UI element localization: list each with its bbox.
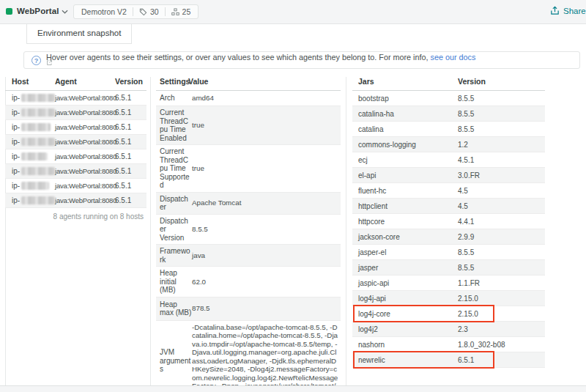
chevron-down-icon[interactable]: [62, 10, 68, 14]
host-cell: ip-: [5, 152, 55, 160]
jar-row[interactable]: catalina-ha 8.5.5: [352, 106, 545, 122]
agent-version-cell: 6.5.1: [115, 123, 131, 131]
redacted-host-value: [21, 138, 55, 146]
agent-version-cell: 6.5.1: [115, 167, 131, 175]
setting-value: 62.0: [192, 278, 341, 286]
setting-row[interactable]: JVM arguments -Dcatalina.base=/opt/apach…: [156, 321, 341, 387]
divider: [346, 77, 346, 385]
setting-row[interactable]: Dispatcher Version 8.5.5: [156, 215, 341, 245]
setting-name: Heap max (MB): [160, 300, 192, 317]
setting-row[interactable]: Dispatcher Apache Tomcat: [156, 193, 341, 215]
host-cell: ip-: [5, 94, 55, 102]
agents-table-header: Host Agent Version: [5, 77, 146, 91]
entity-meta-pill[interactable]: Demotron V2 30 25: [73, 4, 199, 19]
jar-row[interactable]: log4j-api 2.15.0: [352, 291, 545, 306]
jar-version: 4.4.1: [458, 218, 474, 226]
setting-name: Framework: [160, 247, 192, 264]
agent-cell: java:WebPortal:8080: [55, 123, 115, 131]
help-icon[interactable]: ?: [31, 56, 41, 65]
setting-value: 878.5: [192, 304, 341, 313]
jar-version: 6.5.1: [458, 356, 474, 364]
redacted-host-value: [21, 196, 55, 204]
jar-row[interactable]: el-api 3.0.FR: [352, 168, 545, 183]
jar-version: 2.9.9: [458, 233, 474, 241]
tab-environment-snapshot[interactable]: Environment snapshot: [26, 24, 132, 44]
jar-row[interactable]: httpcore 4.4.1: [352, 214, 545, 229]
jar-name: catalina: [352, 125, 458, 133]
jar-name: httpclient: [352, 202, 458, 210]
agent-row[interactable]: ip- java:WebPortal:8080 6.5.1: [5, 193, 146, 208]
redacted-host-value: [21, 167, 55, 175]
jar-version: 8.5.5: [458, 264, 474, 272]
jar-name: log4j-core: [352, 310, 458, 318]
setting-row[interactable]: Arch amd64: [156, 91, 341, 106]
setting-name: Current ThreadCpu Time Supported: [160, 147, 192, 190]
host-cell: ip-: [5, 138, 55, 146]
jar-row[interactable]: bootstrap 8.5.5: [352, 91, 545, 106]
jar-name: catalina-ha: [352, 110, 458, 118]
related-entities-count[interactable]: 25: [171, 7, 191, 16]
settings-table-header: Settings Value: [156, 77, 341, 91]
jar-version: 8.5.5: [458, 248, 474, 256]
jars-table-header: Jars Version: [352, 77, 545, 91]
jar-row[interactable]: jasper 8.5.5: [352, 260, 545, 275]
jar-row[interactable]: catalina 8.5.5: [352, 122, 545, 137]
jar-name: fluent-hc: [352, 187, 458, 195]
setting-row[interactable]: Heap initial (MB) 62.0: [156, 267, 341, 297]
host-cell: ip-: [5, 108, 55, 117]
agent-row[interactable]: ip- java:WebPortal:8080 6.5.1: [5, 164, 146, 179]
jar-name: log4j2: [352, 325, 458, 333]
jar-name: bootstrap: [352, 95, 458, 103]
jar-row[interactable]: httpclient 4.5: [352, 199, 545, 214]
host-cell: ip-: [5, 167, 55, 175]
agents-table-body: ip- java:WebPortal:8080 6.5.1 ip- java:W…: [5, 91, 146, 208]
agent-version-cell: 6.5.1: [115, 196, 131, 204]
tags-count[interactable]: 30: [139, 7, 159, 16]
divider: [133, 7, 133, 16]
jar-name: log4j-api: [352, 295, 458, 303]
redacted-host-value: [21, 108, 55, 117]
agent-version-cell: 6.5.1: [115, 94, 131, 102]
agent-cell: java:WebPortal:8080: [55, 182, 115, 190]
jar-row[interactable]: fluent-hc 4.5: [352, 183, 545, 199]
share-icon: [550, 6, 560, 15]
agent-version-cell: 6.5.1: [115, 182, 131, 190]
jar-row[interactable]: jackson-core 2.9.9: [352, 229, 545, 245]
jar-row[interactable]: jasper-el 8.5.5: [352, 245, 545, 260]
divider: [150, 77, 151, 385]
agent-row[interactable]: ip- java:WebPortal:8080 6.5.1: [5, 149, 146, 164]
agent-row[interactable]: ip- java:WebPortal:8080 6.5.1: [5, 135, 146, 149]
setting-row[interactable]: Current ThreadCpu Time Supported true: [156, 145, 341, 193]
jar-version: 8.5.5: [458, 95, 474, 103]
jar-name: jasper: [352, 264, 458, 272]
jar-row[interactable]: nashorn 1.8.0_302-b08: [352, 337, 545, 352]
agent-row[interactable]: ip- java:WebPortal:8080 6.5.1: [5, 106, 146, 120]
settings-table-body: Arch amd64 Current ThreadCpu Time Enable…: [156, 91, 341, 386]
jar-row[interactable]: commons-logging 1.2: [352, 137, 545, 152]
share-button[interactable]: Share: [550, 6, 586, 15]
setting-row[interactable]: Current ThreadCpu Time Enabled true: [156, 106, 341, 145]
redacted-host-value: [21, 182, 49, 190]
external-link-icon: [46, 59, 477, 66]
redacted-host-value: [21, 94, 55, 102]
agent-row[interactable]: ip- java:WebPortal:8080 6.5.1: [5, 179, 146, 193]
jar-version: 8.5.5: [458, 110, 474, 118]
jar-row[interactable]: newrelic 6.5.1: [352, 352, 545, 368]
app-name[interactable]: WebPortal: [17, 7, 59, 15]
setting-name: Dispatcher: [160, 195, 192, 212]
agent-version-cell: 6.5.1: [115, 138, 131, 146]
jar-row[interactable]: jaspic-api 1.1.FR: [352, 275, 545, 291]
jar-row[interactable]: log4j-core 2.15.0: [352, 306, 545, 322]
setting-row[interactable]: Heap max (MB) 878.5: [156, 297, 341, 321]
jar-row[interactable]: ecj 4.5.1: [352, 152, 545, 168]
jar-version: 4.5: [458, 187, 468, 195]
settings-table: Settings Value Arch amd64 Current Thread…: [156, 77, 341, 385]
setting-row[interactable]: Framework java: [156, 245, 341, 267]
environment-snapshot-page: { "topbar": { "app_name": "WebPortal", "…: [0, 0, 586, 392]
agent-row[interactable]: ip- java:WebPortal:8080 6.5.1: [5, 120, 146, 135]
jar-version: 2.15.0: [458, 295, 478, 303]
jar-row[interactable]: log4j2 2.3: [352, 322, 545, 337]
agent-row[interactable]: ip- java:WebPortal:8080 6.5.1: [5, 91, 146, 106]
agent-cell: java:WebPortal:8080: [55, 138, 115, 146]
redacted-host-value: [21, 152, 48, 160]
